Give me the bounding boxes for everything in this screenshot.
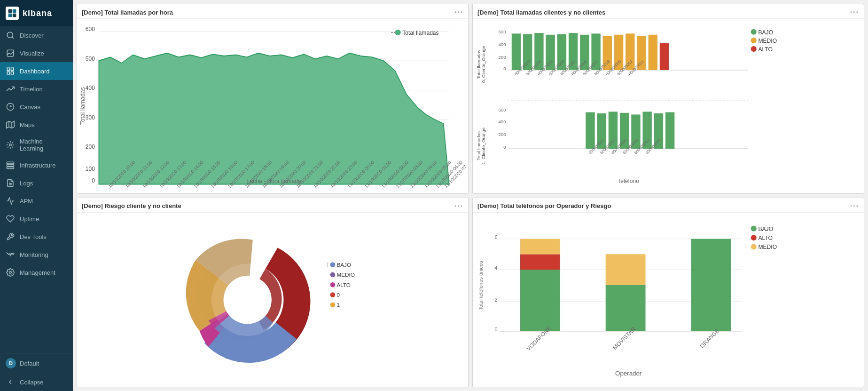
main-content: [Demo] Total llamadas por hora ··· 600 5… <box>73 0 868 391</box>
svg-text:MEDIO: MEDIO <box>758 244 777 250</box>
sidebar-label-uptime: Uptime <box>20 215 39 223</box>
sidebar-label-infrastructure: Infrastructure <box>20 162 56 169</box>
svg-point-63 <box>751 29 757 35</box>
svg-text:Total llamadas: Total llamadas <box>476 131 481 160</box>
svg-text:Fecha - Hora llamada: Fecha - Hora llamada <box>246 178 301 184</box>
svg-line-5 <box>12 37 13 38</box>
svg-point-126 <box>330 262 336 267</box>
svg-rect-115 <box>665 112 674 149</box>
sidebar-item-dev-tools[interactable]: Dev Tools <box>0 228 73 246</box>
sidebar-label-visualize: Visualize <box>20 50 44 57</box>
sidebar-item-maps[interactable]: Maps <box>0 116 73 134</box>
sidebar-label-dashboard: Dashboard <box>20 68 50 75</box>
svg-text:1: 1 <box>336 302 340 308</box>
sidebar-item-apm[interactable]: APM <box>0 192 73 210</box>
user-label: Default <box>20 360 39 367</box>
svg-text:0: 0 <box>92 177 95 184</box>
panel3-menu[interactable]: ··· <box>454 202 463 210</box>
svg-rect-2 <box>8 14 12 17</box>
svg-text:500: 500 <box>86 56 95 62</box>
svg-point-23 <box>9 271 12 274</box>
panel4-body: BAJO ALTO MEDIO 6 4 2 0 Tota <box>473 213 864 387</box>
svg-text:2: 2 <box>494 296 497 302</box>
panel2-body: BAJO MEDIO ALTO 0: Cliente_Orange Total … <box>473 19 864 193</box>
panel4-menu[interactable]: ··· <box>850 202 859 210</box>
svg-point-4 <box>7 32 13 38</box>
svg-text:ALTO: ALTO <box>336 281 351 287</box>
sidebar-item-timelion[interactable]: Timelion <box>0 80 73 98</box>
sidebar-item-visualize[interactable]: Visualize <box>0 44 73 62</box>
panel1-menu[interactable]: ··· <box>454 8 463 16</box>
svg-rect-10 <box>7 72 9 74</box>
panel-telefonos-operador: [Demo] Total teléfonos por Operador y Ri… <box>472 198 864 388</box>
sidebar-item-discover[interactable]: Discover <box>0 26 73 44</box>
sidebar-label-machine-learning: Machine Learning <box>20 138 67 152</box>
panel3-body: BAJO MEDIO ALTO 0 1 ⟩ <box>77 213 468 387</box>
svg-rect-156 <box>606 254 646 285</box>
sidebar-item-logs[interactable]: Logs <box>0 174 73 192</box>
svg-rect-76 <box>512 33 521 70</box>
sidebar-label-logs: Logs <box>20 180 33 187</box>
management-icon <box>6 268 15 277</box>
svg-text:100: 100 <box>86 166 95 172</box>
panel4-header: [Demo] Total teléfonos por Operador y Ri… <box>473 198 864 213</box>
sidebar: kibana Discover Visualize Dashboard Time… <box>0 0 73 391</box>
panel1-body: 600 500 400 300 200 100 0 Total llamadas <box>77 19 468 193</box>
user-badge[interactable]: D Default <box>0 353 73 373</box>
svg-text:0: 0 <box>503 144 506 150</box>
sidebar-item-uptime[interactable]: Uptime <box>0 210 73 228</box>
machine-learning-icon <box>6 140 15 150</box>
svg-text:⟩: ⟩ <box>326 261 328 268</box>
sidebar-label-timelion: Timelion <box>20 86 43 93</box>
panel3-title: [Demo] Riesgo cliente y no cliente <box>82 202 181 209</box>
svg-text:BAJO: BAJO <box>336 261 351 267</box>
svg-text:MEDIO: MEDIO <box>758 38 777 44</box>
collapse-icon <box>6 377 15 387</box>
panel2-menu[interactable]: ··· <box>850 8 859 16</box>
svg-text:300: 300 <box>86 114 95 121</box>
maps-icon <box>6 120 15 129</box>
svg-rect-154 <box>520 239 560 254</box>
sidebar-label-maps: Maps <box>20 121 35 128</box>
panel1-title: [Demo] Total llamadas por hora <box>82 9 173 16</box>
svg-rect-157 <box>691 239 731 331</box>
svg-text:200: 200 <box>498 132 506 137</box>
svg-text:0: 0 <box>503 66 506 71</box>
panel1-header: [Demo] Total llamadas por hora ··· <box>77 4 468 19</box>
sidebar-item-management[interactable]: Management <box>0 263 73 281</box>
stacked-bar-chart: BAJO ALTO MEDIO 6 4 2 0 Tota <box>475 215 862 385</box>
sidebar-collapse[interactable]: Collapse <box>0 373 73 391</box>
sidebar-item-canvas[interactable]: Canvas <box>0 98 73 116</box>
svg-text:MEDIO: MEDIO <box>336 271 354 278</box>
svg-rect-20 <box>7 167 14 169</box>
panel-total-llamadas-clientes: [Demo] Total llamadas clientes y no clie… <box>472 4 864 194</box>
svg-text:400: 400 <box>498 42 506 47</box>
svg-text:ALTO: ALTO <box>758 46 773 53</box>
svg-text:4: 4 <box>494 265 497 271</box>
svg-text:Total llamadas: Total llamadas <box>402 30 438 36</box>
sidebar-item-infrastructure[interactable]: Infrastructure <box>0 156 73 174</box>
svg-rect-9 <box>11 72 14 74</box>
area-chart: 600 500 400 300 200 100 0 Total llamadas <box>79 21 466 192</box>
sidebar-label-discover: Discover <box>20 32 44 39</box>
svg-text:ALTO: ALTO <box>758 235 773 241</box>
svg-text:0: 0 <box>494 326 497 332</box>
svg-text:600: 600 <box>86 26 95 32</box>
uptime-icon <box>6 214 15 223</box>
svg-point-141 <box>751 244 757 249</box>
dev-tools-icon <box>6 232 15 241</box>
logs-icon <box>6 178 15 188</box>
svg-text:BAJO: BAJO <box>758 29 773 36</box>
user-avatar: D <box>6 358 16 368</box>
panel4-title: [Demo] Total teléfonos por Operador y Ri… <box>477 202 611 209</box>
svg-text:400: 400 <box>498 119 506 124</box>
sidebar-item-dashboard[interactable]: Dashboard <box>0 62 73 80</box>
svg-rect-152 <box>520 270 560 331</box>
svg-rect-153 <box>520 254 560 270</box>
visualize-icon <box>6 48 15 58</box>
svg-text:400: 400 <box>86 85 95 91</box>
svg-text:Operador: Operador <box>615 370 642 377</box>
sidebar-item-monitoring[interactable]: Monitoring <box>0 246 73 263</box>
panel-riesgo-cliente: [Demo] Riesgo cliente y no cliente ··· <box>77 198 469 388</box>
sidebar-item-machine-learning[interactable]: Machine Learning <box>0 134 73 156</box>
